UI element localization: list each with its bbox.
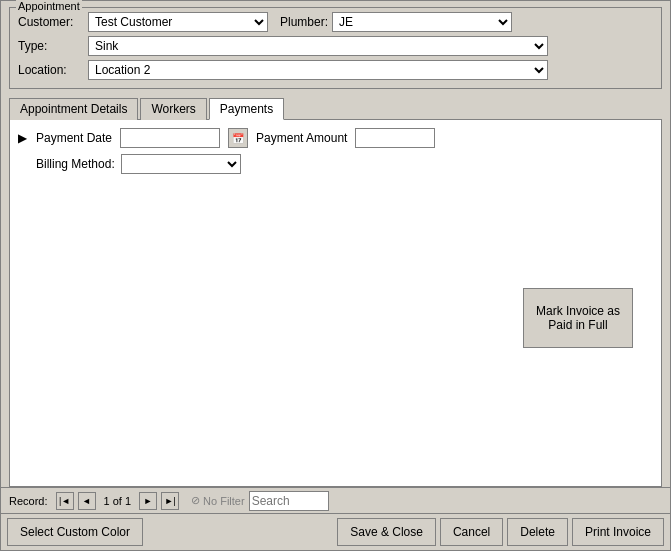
record-count: 1 of 1 bbox=[104, 495, 132, 507]
appointment-group: Appointment Customer: Test Customer Plum… bbox=[9, 7, 662, 89]
payment-date-amount-row: Payment Date 📅 Payment Amount bbox=[36, 128, 653, 148]
location-select[interactable]: Location 2 bbox=[88, 60, 548, 80]
tab-content-payments: ▶ Payment Date 📅 Payment Amount Billing … bbox=[9, 120, 662, 487]
nav-last-button[interactable]: ►| bbox=[161, 492, 179, 510]
payments-area: ▶ Payment Date 📅 Payment Amount Billing … bbox=[18, 128, 653, 478]
customer-select[interactable]: Test Customer bbox=[88, 12, 268, 32]
location-label: Location: bbox=[18, 63, 88, 77]
tabs-bar: Appointment Details Workers Payments bbox=[9, 97, 662, 120]
type-select[interactable]: Sink bbox=[88, 36, 548, 56]
record-nav-bar: Record: |◄ ◄ 1 of 1 ► ►| ⊘ No Filter bbox=[1, 487, 670, 513]
plumber-select[interactable]: JE bbox=[332, 12, 512, 32]
billing-method-label: Billing Method: bbox=[36, 157, 115, 171]
no-filter-label: No Filter bbox=[203, 495, 245, 507]
payment-date-label: Payment Date bbox=[36, 131, 112, 145]
nav-prev-button[interactable]: ◄ bbox=[78, 492, 96, 510]
payment-amount-input[interactable] bbox=[355, 128, 435, 148]
record-nav-arrow: ▶ bbox=[18, 132, 26, 145]
no-filter-icon: ⊘ bbox=[191, 494, 200, 507]
record-label: Record: bbox=[9, 495, 48, 507]
no-filter-button[interactable]: ⊘ No Filter bbox=[191, 494, 245, 507]
payments-inner: Payment Date 📅 Payment Amount Billing Me… bbox=[36, 128, 653, 478]
payment-amount-label: Payment Amount bbox=[256, 131, 347, 145]
type-label: Type: bbox=[18, 39, 88, 53]
select-custom-color-button[interactable]: Select Custom Color bbox=[7, 518, 143, 546]
type-row: Type: Sink bbox=[18, 36, 653, 56]
print-invoice-button[interactable]: Print Invoice bbox=[572, 518, 664, 546]
tab-appointment-details[interactable]: Appointment Details bbox=[9, 98, 138, 120]
nav-first-button[interactable]: |◄ bbox=[56, 492, 74, 510]
calendar-button[interactable]: 📅 bbox=[228, 128, 248, 148]
cancel-button[interactable]: Cancel bbox=[440, 518, 503, 546]
delete-button[interactable]: Delete bbox=[507, 518, 568, 546]
group-label: Appointment bbox=[16, 0, 82, 12]
bottom-toolbar: Select Custom Color Save & Close Cancel … bbox=[1, 513, 670, 550]
billing-method-row: Billing Method: bbox=[36, 154, 653, 174]
customer-label: Customer: bbox=[18, 15, 88, 29]
nav-next-button[interactable]: ► bbox=[139, 492, 157, 510]
tab-workers[interactable]: Workers bbox=[140, 98, 206, 120]
location-row: Location: Location 2 bbox=[18, 60, 653, 80]
save-close-button[interactable]: Save & Close bbox=[337, 518, 436, 546]
customer-row: Customer: Test Customer Plumber: JE bbox=[18, 12, 653, 32]
billing-method-select[interactable] bbox=[121, 154, 241, 174]
plumber-label: Plumber: bbox=[280, 15, 328, 29]
mark-invoice-button[interactable]: Mark Invoice as Paid in Full bbox=[523, 288, 633, 348]
payment-date-input[interactable] bbox=[120, 128, 220, 148]
tab-payments[interactable]: Payments bbox=[209, 98, 284, 120]
main-window: Appointment Customer: Test Customer Plum… bbox=[0, 0, 671, 551]
search-input[interactable] bbox=[249, 491, 329, 511]
